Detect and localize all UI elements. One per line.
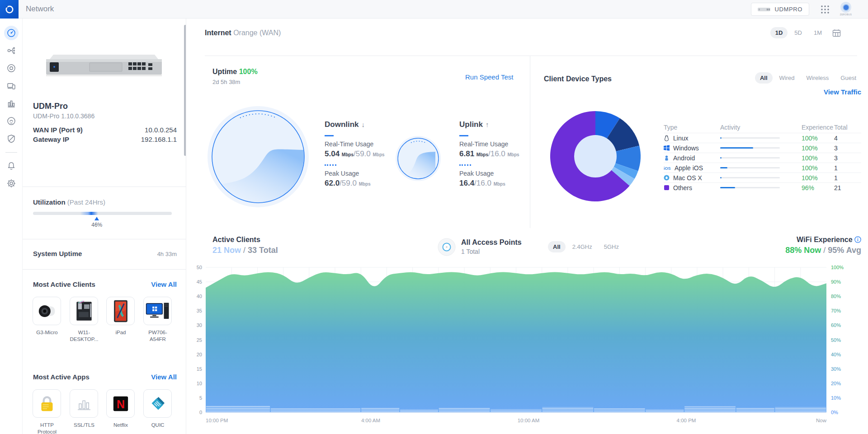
downlink-realtime-label: Real-Time Usage	[325, 140, 401, 148]
range-5d[interactable]: 5D	[789, 27, 807, 38]
notifications-bell-icon	[6, 161, 16, 171]
wifi-experience-block: WiFi Experience 88% Now / 95% Avg	[785, 236, 861, 255]
right-axis-tick: 30%	[831, 366, 841, 372]
app-tile-quic[interactable]	[143, 389, 172, 418]
view-traffic-link[interactable]: View Traffic	[824, 88, 861, 96]
unifi-logo[interactable]	[0, 0, 19, 19]
nav-security[interactable]	[0, 131, 23, 146]
active-clients-bar	[361, 408, 399, 410]
svg-text:iOS: iOS	[664, 166, 671, 171]
internet-subtitle: Orange (WAN)	[233, 29, 281, 37]
run-speed-test-link[interactable]: Run Speed Test	[465, 73, 513, 81]
donut-hole	[574, 135, 617, 177]
app-tile-label: SSL/TLS	[66, 422, 102, 429]
wan-ip-value: 10.0.0.254	[145, 126, 177, 134]
client-tile-ipad[interactable]	[106, 297, 135, 325]
insights-icon	[6, 116, 16, 126]
left-axis-tick: 20	[197, 352, 202, 357]
utilization-marker[interactable]	[94, 217, 99, 220]
active-clients-bar	[594, 408, 645, 410]
app-tile-label: QUIC	[140, 422, 176, 429]
table-row-others[interactable]: Others 96% 21	[664, 182, 861, 192]
right-axis-tick: 0%	[831, 410, 838, 415]
nav-notifications[interactable]	[0, 158, 23, 173]
active-clients-bar	[736, 408, 774, 410]
band-24ghz[interactable]: 2.4GHz	[567, 241, 597, 252]
x-axis-label: 4:00 AM	[361, 418, 380, 423]
client-tile-label: W11-DESKTOP...	[66, 329, 102, 343]
active-clients-bar	[594, 411, 645, 412]
active-clients-bar	[775, 411, 826, 412]
uptime-block: Uptime 100% 2d 5h 38m	[212, 68, 258, 85]
band-tabs: All 2.4GHz 5GHz	[548, 241, 624, 252]
uplink-peak-value: 16.4/16.0 Mbps	[459, 179, 536, 188]
panel-scrollbar[interactable]	[184, 25, 186, 156]
utilization-sublabel: (Past 24Hrs)	[67, 198, 105, 206]
app-switcher-icon[interactable]	[820, 5, 830, 14]
system-uptime-label: System Uptime	[33, 250, 82, 257]
panel-divider	[23, 187, 186, 187]
wifi-experience-area	[206, 272, 826, 412]
active-clients-bar	[271, 408, 361, 410]
uplink-realtime-value: 6.81 Mbps/16.0 Mbps	[459, 149, 536, 159]
active-clients-bar	[400, 410, 438, 410]
downlink-stats: Downlink↓ Real-Time Usage 5.04 Mbps/59.0…	[325, 120, 401, 191]
active-clients-bar	[271, 411, 361, 412]
uptime-label: Uptime	[212, 68, 237, 75]
nav-clients[interactable]	[0, 78, 23, 93]
table-row-linux[interactable]: Linux 100% 4	[664, 133, 861, 143]
view-all-apps-link[interactable]: View All	[151, 373, 177, 381]
utilization-title: Utilization (Past 24Hrs)	[33, 198, 105, 206]
view-all-clients-link[interactable]: View All	[151, 280, 177, 288]
nav-dashboard[interactable]	[0, 25, 23, 41]
account-avatar[interactable]: ZEROBUS	[838, 2, 854, 17]
calendar-icon[interactable]	[832, 29, 841, 37]
active-clients-bar	[542, 407, 594, 408]
table-row-apple-ios[interactable]: iOS Apple iOS 100% 1	[664, 163, 861, 173]
app-tile-http[interactable]	[33, 389, 61, 418]
tab-wireless[interactable]: Wireless	[801, 72, 834, 84]
nav-statistics[interactable]	[0, 96, 23, 111]
wifi-exp-now: 88% Now	[785, 246, 821, 255]
nav-settings[interactable]	[0, 176, 23, 191]
table-row-macosx[interactable]: Mac OS X 100% 1	[664, 173, 861, 182]
left-axis-tick: 35	[197, 308, 202, 313]
active-clients-bar	[491, 409, 542, 410]
tab-all[interactable]: All	[755, 72, 773, 84]
active-clients-bar	[542, 411, 594, 412]
nav-unifi-devices[interactable]	[0, 61, 23, 76]
info-icon[interactable]	[854, 236, 861, 243]
access-points-title: All Access Points	[461, 238, 522, 247]
tab-guest[interactable]: Guest	[835, 72, 861, 84]
quic-icon	[148, 394, 168, 414]
active-clients-bar	[684, 408, 736, 410]
avatar-label: ZEROBUS	[838, 13, 854, 16]
client-tile-pw706[interactable]	[143, 297, 172, 325]
rail-divider	[5, 152, 17, 153]
most-active-clients-title: Most Active Clients	[33, 280, 95, 288]
nav-insights[interactable]	[0, 113, 23, 129]
active-clients-bar	[439, 411, 490, 412]
app-tile-netflix[interactable]: N	[106, 389, 135, 418]
table-row-android[interactable]: Android 100% 3	[664, 153, 861, 163]
client-tile-w11-desktop[interactable]	[70, 297, 98, 325]
clients-wifi-experience-chart[interactable]: 051015202530354045500%10%20%30%40%50%60%…	[190, 263, 859, 431]
nav-topology[interactable]	[0, 43, 23, 58]
left-axis-tick: 5	[199, 395, 202, 401]
table-row-windows[interactable]: Windows 100% 3	[664, 143, 861, 153]
console-thumbnail-icon	[758, 7, 770, 12]
console-selector-button[interactable]: UDMPRO	[751, 3, 809, 16]
active-clients-bar	[491, 411, 542, 412]
active-clients-bar	[206, 408, 270, 410]
peak-legend-line	[459, 164, 471, 166]
band-all[interactable]: All	[548, 241, 566, 252]
app-tile-ssl[interactable]	[70, 389, 98, 418]
client-tile-label: iPad	[103, 329, 139, 336]
range-1m[interactable]: 1M	[809, 27, 827, 38]
range-1d[interactable]: 1D	[770, 27, 788, 38]
active-clients-bar	[684, 406, 736, 408]
right-axis-tick: 100%	[831, 265, 844, 270]
tab-wired[interactable]: Wired	[774, 72, 800, 84]
band-5ghz[interactable]: 5GHz	[599, 241, 624, 252]
client-tile-g3-micro[interactable]	[33, 297, 61, 325]
